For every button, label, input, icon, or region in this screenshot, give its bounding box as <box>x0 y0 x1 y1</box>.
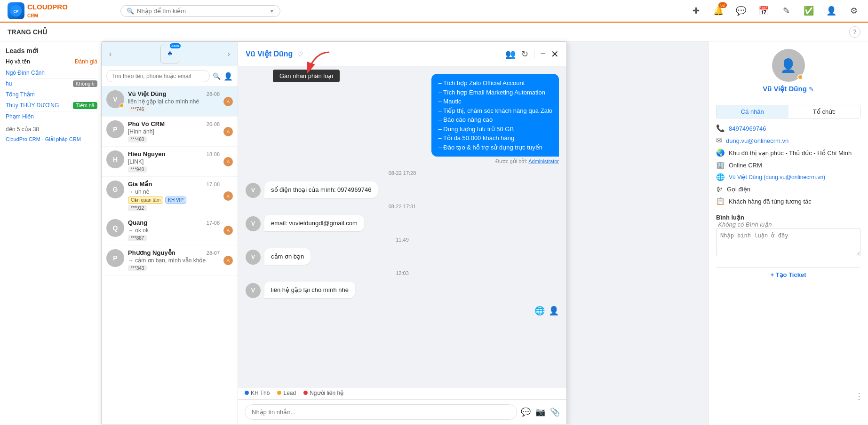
agent-icon-2: A <box>223 127 233 136</box>
contact-item-6[interactable]: P Phương Nguyễn 28-07 → cảm ơn bạn, mình… <box>102 245 238 275</box>
msg-bubble-recv-4: liên hệ gặp lại cho mình nhé <box>264 282 355 298</box>
location-icon: 🌏 <box>716 149 725 157</box>
contact-item-1[interactable]: V Vũ Việt Dũng 28-08 liên hệ gặp lại cho… <box>102 87 238 117</box>
contact-tag-2: ***460 <box>128 136 147 142</box>
crm-leads-title: Leads mới <box>6 47 97 55</box>
logo-area: CP CLOUDPRO CRM <box>8 2 83 19</box>
contact-date-4: 17-08 <box>207 181 220 187</box>
contact-tag-3: ***940 <box>128 166 147 173</box>
close-icon[interactable]: ✕ <box>551 48 559 60</box>
customer-email[interactable]: dung.vu@onlinecrm.vn <box>726 137 788 144</box>
bottom-icons-row: 🌐 👤 <box>246 306 559 316</box>
help-icon[interactable]: ? <box>849 26 860 38</box>
create-ticket-button[interactable]: + Tạo Ticket <box>716 267 860 282</box>
avatar-3: H <box>106 150 124 168</box>
time-1: 08-22 17:28 <box>246 170 559 176</box>
customer-social[interactable]: Vũ Việt Dũng (dung.vu@onlinecrm.vn) <box>729 174 825 181</box>
social-icon: 🌐 <box>716 173 725 181</box>
contact-date-6: 28-07 <box>207 250 220 256</box>
avatar-5: Q <box>106 219 124 237</box>
search-bar[interactable]: 🔍 ▼ <box>120 5 280 17</box>
add-icon[interactable]: ✚ <box>689 4 702 17</box>
contact-name-6: Phương Nguyễn <box>128 249 175 256</box>
image-icon[interactable]: 📷 <box>535 407 545 417</box>
main-area: Leads mới Họ và tên Đánh giá Ngô Đình Cả… <box>0 41 868 425</box>
chat-conversation: Vũ Việt Dũng ♡ 👥 ↻ − ✕ – Tích hợp Zalo O… <box>238 42 566 425</box>
add-contact-icon[interactable]: 👤 <box>223 72 233 81</box>
tab-to-chuc[interactable]: Tổ chức <box>788 105 860 118</box>
customer-avatar-area: 👤 Vũ Việt Dũng ✎ <box>716 49 860 99</box>
customer-interact: Khách hàng đã từng tương tác <box>729 198 812 205</box>
agent-icon-1: A <box>223 97 233 106</box>
tab-ca-nhan[interactable]: Cá nhân <box>717 105 788 118</box>
time-4: 12:03 <box>246 270 559 276</box>
agent-icon-3: A <box>223 157 233 166</box>
red-arrow-indicator <box>296 50 334 79</box>
contact-item-5[interactable]: Q Quang 17-08 → ok ok ***887 A <box>102 215 238 245</box>
admin-link[interactable]: Administrator <box>528 158 559 164</box>
logo-icon: CP <box>8 2 24 19</box>
chevron-down-icon: ▼ <box>270 8 274 14</box>
legend-kh-tho: KH Thô <box>251 390 270 396</box>
customer-interact-row: 📋 Khách hàng đã từng tương tác <box>716 197 860 205</box>
user-icon[interactable]: 👤 <box>825 4 838 17</box>
dot-nguoi-lien-he <box>303 391 308 395</box>
chat-input-row: 💬 📷 📎 <box>245 404 560 420</box>
edit-icon[interactable]: ✎ <box>809 86 814 93</box>
more-options-icon[interactable]: ⋮ <box>855 391 863 401</box>
legend-nguoi-lien-he: Người liên hệ <box>310 390 343 396</box>
search-input[interactable] <box>137 8 266 15</box>
contact-name-5: Quang <box>128 219 147 226</box>
customer-call: Gọi điện <box>727 186 750 193</box>
customer-company: Online CRM <box>729 162 762 169</box>
attach-icon[interactable]: 📎 <box>550 407 560 417</box>
group-icon[interactable]: 👥 <box>505 49 516 59</box>
prev-arrow[interactable]: ‹ <box>107 48 113 60</box>
minimize-icon[interactable]: − <box>540 49 545 59</box>
customer-tabs: Cá nhân Tổ chức <box>716 105 860 118</box>
contact-item-4[interactable]: G Gia Mẩn 17-08 → uh nè Cần quan tâm KH … <box>102 177 238 215</box>
contact-tag-1: ***746 <box>128 106 147 112</box>
contact-list: V Vũ Việt Dũng 28-08 liên hệ gặp lại cho… <box>102 87 238 425</box>
contact-msg-5: → ok ok <box>128 227 220 234</box>
breadcrumb-title: TRANG CHỦ <box>8 28 47 36</box>
msg-bubble-recv-2: email: vuvietdungdl@gmail.com <box>264 215 364 231</box>
emoji-icon[interactable]: 💬 <box>521 407 531 417</box>
lead-name-3: Tống Thắm <box>6 91 97 98</box>
contact-name-3: Hieu Nguyen <box>128 150 165 157</box>
customer-phone[interactable]: 84974969746 <box>729 125 766 132</box>
dot-lead <box>277 391 281 395</box>
contact-tag-4: ***912 <box>128 205 147 211</box>
person-icon[interactable]: 👤 <box>549 306 559 316</box>
next-arrow[interactable]: › <box>226 48 232 60</box>
chat-conv-actions: 👥 ↻ − ✕ <box>505 48 559 60</box>
contact-tag-kh-vip: KH VIP <box>165 197 186 204</box>
tasks-icon[interactable]: ✅ <box>802 4 815 17</box>
top-nav: CP CLOUDPRO CRM 🔍 ▼ ✚ 🔔 52 💬 📅 ✎ ✅ 👤 ⚙ <box>0 0 868 23</box>
company-icon: 🏢 <box>716 161 725 169</box>
contact-item-2[interactable]: P Phú Võ CRM 20-08 [Hình ảnh] ***460 A <box>102 117 238 147</box>
notification-icon[interactable]: 🔔 52 <box>712 4 725 17</box>
calendar-icon[interactable]: 📅 <box>757 4 770 17</box>
customer-email-row: ✉ dung.vu@onlinecrm.vn <box>716 136 860 145</box>
settings-icon[interactable]: ⚙ <box>847 4 860 17</box>
msg-bubble-recv-1: số điện thoại của mình: 0974969746 <box>264 181 378 198</box>
sent-message-1: – Tích hợp Zalo Official Account – Tích … <box>431 74 559 165</box>
chat-search-input[interactable] <box>106 70 210 82</box>
chat-icon[interactable]: 💬 <box>734 4 748 17</box>
globe-icon[interactable]: 🌐 <box>534 306 545 316</box>
comment-input[interactable] <box>716 228 860 256</box>
nav-right: ✚ 🔔 52 💬 📅 ✎ ✅ 👤 ⚙ <box>689 4 860 17</box>
online-dot-1 <box>119 103 124 108</box>
chat-search-area: 🔍 👤 <box>102 66 238 87</box>
contact-item-3[interactable]: H Hieu Nguyen 18-08 [LINK] ***940 A <box>102 147 238 177</box>
refresh-icon[interactable]: ↻ <box>521 49 528 59</box>
message-input[interactable] <box>245 404 517 420</box>
agent-icon-6: A <box>223 256 233 265</box>
chat-overlay: ‹ ☘ Zalo › 🔍 👤 V <box>101 41 567 425</box>
avatar-2: P <box>106 120 124 138</box>
customer-name-row: Vũ Việt Dũng ✎ <box>763 85 814 93</box>
crm-row: Ngô Đình Cảnh <box>6 68 97 79</box>
search-icon[interactable]: 🔍 <box>213 72 221 80</box>
chart-icon[interactable]: ✎ <box>780 4 793 17</box>
